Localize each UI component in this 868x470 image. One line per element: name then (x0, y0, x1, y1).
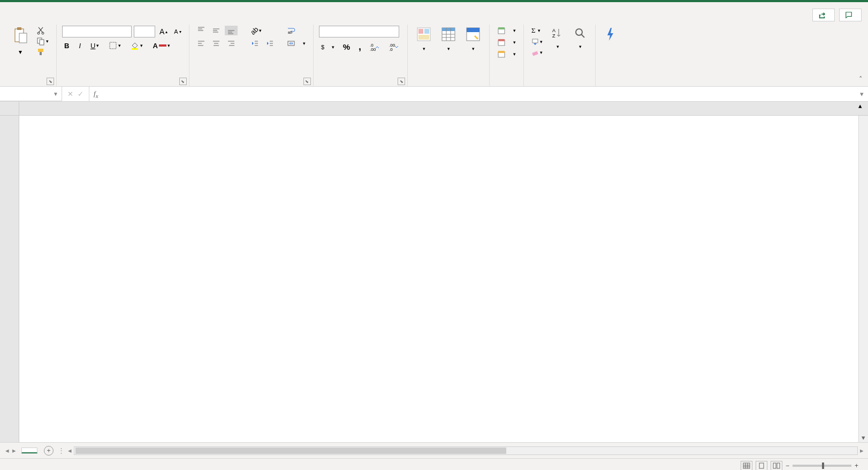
clipboard-launcher[interactable]: ⬊ (47, 78, 54, 85)
sheet-tab-timeline[interactable] (21, 448, 37, 453)
scroll-down-button[interactable]: ▾ (859, 433, 868, 442)
fill-color-button[interactable]: ▾ (128, 41, 145, 50)
cell-styles-icon (466, 27, 481, 42)
sheet-nav-next[interactable]: ▸ (12, 446, 16, 454)
increase-indent-button[interactable] (263, 39, 276, 48)
svg-rect-60 (498, 51, 505, 53)
new-sheet-button[interactable]: + (44, 446, 54, 456)
tab-split-handle[interactable]: ⋮ (58, 446, 65, 454)
share-button[interactable] (812, 9, 835, 21)
fx-icon[interactable]: fx (89, 89, 102, 99)
cancel-formula-button[interactable]: ✕ (67, 90, 73, 98)
cut-button[interactable] (34, 26, 51, 35)
comma-button[interactable]: , (356, 41, 363, 53)
formula-input[interactable] (102, 87, 856, 101)
zoom-in-button[interactable]: + (855, 462, 858, 469)
accept-formula-button[interactable]: ✓ (78, 90, 83, 98)
collapse-ribbon-button[interactable]: ˄ (859, 75, 863, 83)
orientation-button[interactable]: ab▾ (248, 26, 264, 35)
align-top-button[interactable] (195, 26, 208, 35)
font-color-button[interactable]: A▾ (150, 41, 172, 50)
hscroll-right-button[interactable]: ▸ (860, 446, 864, 454)
zoom-slider[interactable] (793, 465, 851, 467)
align-left-button[interactable] (195, 39, 208, 48)
svg-rect-67 (743, 463, 750, 468)
hscroll-left-button[interactable]: ◂ (68, 446, 72, 454)
name-box[interactable]: ▼ (0, 87, 62, 101)
table-icon (441, 27, 456, 42)
fill-button[interactable]: ▾ (529, 37, 545, 46)
bold-button[interactable]: B (62, 41, 71, 50)
svg-rect-1 (17, 27, 21, 30)
font-size-input[interactable] (134, 26, 155, 37)
scroll-up-button[interactable]: ▴ (858, 102, 868, 116)
conditional-formatting-button[interactable]: ▾ (413, 26, 435, 53)
format-cells-button[interactable]: ▾ (495, 49, 518, 59)
format-as-table-button[interactable]: ▾ (438, 26, 459, 53)
vertical-scrollbar[interactable]: ▾ (858, 116, 868, 442)
svg-rect-7 (38, 49, 43, 52)
clear-button[interactable]: ▾ (529, 48, 545, 57)
increase-font-button[interactable]: A▴ (157, 26, 170, 37)
format-painter-button[interactable] (34, 47, 51, 57)
align-top-icon (197, 26, 205, 35)
inc-decimal-icon: .0.00 (370, 43, 380, 51)
alignment-launcher[interactable]: ⬊ (303, 78, 311, 85)
ribbon: ▾ ▾ ⬊ A▴ A▾ B I U▾ ▾ ▾ A▾ (0, 22, 868, 87)
align-right-button[interactable] (225, 39, 238, 48)
sort-filter-button[interactable]: AZ ▾ (548, 26, 567, 51)
delete-cells-button[interactable]: ▾ (495, 37, 518, 47)
font-name-input[interactable] (62, 26, 132, 37)
align-center-icon (212, 39, 220, 48)
find-select-button[interactable]: ▾ (570, 26, 590, 51)
number-launcher[interactable]: ⬊ (398, 78, 405, 85)
decrease-decimal-button[interactable]: .00.0 (387, 41, 402, 53)
copy-button[interactable]: ▾ (34, 36, 51, 46)
svg-rect-61 (532, 39, 538, 43)
svg-rect-56 (498, 27, 505, 29)
sheet-nav-prev[interactable]: ◂ (5, 446, 9, 454)
comments-button[interactable] (839, 9, 862, 21)
align-middle-button[interactable] (210, 26, 223, 35)
cut-icon (36, 26, 45, 35)
italic-button[interactable]: I (77, 41, 83, 50)
decrease-font-button[interactable]: A▾ (172, 26, 183, 37)
select-all-corner[interactable] (0, 102, 19, 116)
page-layout-view-button[interactable] (756, 461, 767, 471)
percent-button[interactable]: % (341, 41, 352, 53)
increase-decimal-button[interactable]: .0.00 (368, 41, 383, 53)
group-alignment: ab▾ ab ▾ ⬊ (189, 25, 314, 86)
outdent-icon (250, 39, 259, 48)
font-launcher[interactable]: ⬊ (179, 78, 187, 85)
horizontal-scrollbar[interactable] (74, 446, 858, 455)
paste-button[interactable]: ▾ (10, 26, 31, 57)
ideas-button[interactable] (601, 26, 620, 45)
cells-area[interactable] (19, 116, 858, 442)
zoom-out-button[interactable]: − (786, 462, 789, 469)
wrap-text-button[interactable]: ab (285, 26, 308, 35)
align-bottom-button[interactable] (225, 26, 238, 35)
underline-button[interactable]: U▾ (88, 41, 101, 50)
svg-rect-45 (424, 29, 429, 34)
row-headers (0, 116, 19, 442)
expand-formula-button[interactable]: ▾ (856, 90, 868, 98)
decrease-indent-button[interactable] (248, 39, 261, 48)
group-cells: ▾ ▾ ▾ (490, 25, 524, 86)
page-break-view-button[interactable] (771, 461, 782, 471)
merge-icon (287, 39, 295, 48)
align-right-icon (227, 39, 235, 48)
number-format-select[interactable] (319, 26, 399, 37)
borders-button[interactable]: ▾ (106, 41, 123, 50)
cell-styles-button[interactable]: ▾ (462, 26, 484, 53)
insert-cells-button[interactable]: ▾ (495, 26, 518, 35)
accounting-button[interactable]: $▾ (319, 41, 337, 53)
break-view-icon (773, 463, 780, 469)
svg-rect-73 (773, 463, 776, 468)
align-center-button[interactable] (210, 39, 223, 48)
dec-decimal-icon: .00.0 (389, 43, 400, 51)
merge-center-button[interactable]: ▾ (285, 39, 308, 48)
sort-icon: AZ (551, 27, 564, 40)
group-font: A▴ A▾ B I U▾ ▾ ▾ A▾ ⬊ (57, 25, 189, 86)
autosum-button[interactable]: Σ▾ (529, 26, 545, 35)
normal-view-button[interactable] (741, 461, 752, 471)
